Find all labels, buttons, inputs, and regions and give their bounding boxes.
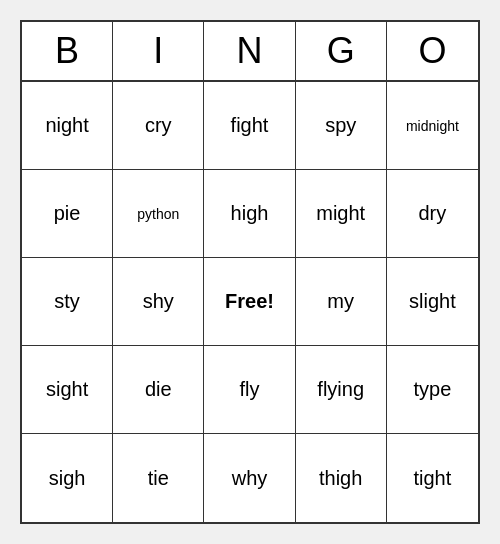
- bingo-cell: type: [387, 346, 478, 434]
- bingo-cell: sigh: [22, 434, 113, 522]
- bingo-header: BINGO: [22, 22, 478, 82]
- bingo-cell: night: [22, 82, 113, 170]
- bingo-cell: might: [296, 170, 387, 258]
- bingo-header-letter: N: [204, 22, 295, 80]
- bingo-cell: tie: [113, 434, 204, 522]
- bingo-cell: tight: [387, 434, 478, 522]
- bingo-cell: python: [113, 170, 204, 258]
- bingo-header-letter: I: [113, 22, 204, 80]
- bingo-cell: slight: [387, 258, 478, 346]
- bingo-cell: fly: [204, 346, 295, 434]
- bingo-cell: pie: [22, 170, 113, 258]
- bingo-cell: midnight: [387, 82, 478, 170]
- bingo-header-letter: G: [296, 22, 387, 80]
- bingo-header-letter: B: [22, 22, 113, 80]
- bingo-cell: fight: [204, 82, 295, 170]
- bingo-cell: high: [204, 170, 295, 258]
- bingo-cell: spy: [296, 82, 387, 170]
- bingo-card: BINGO nightcryfightspymidnightpiepythonh…: [20, 20, 480, 524]
- bingo-cell: why: [204, 434, 295, 522]
- bingo-grid: nightcryfightspymidnightpiepythonhighmig…: [22, 82, 478, 522]
- bingo-cell: shy: [113, 258, 204, 346]
- bingo-cell: my: [296, 258, 387, 346]
- bingo-header-letter: O: [387, 22, 478, 80]
- bingo-cell: thigh: [296, 434, 387, 522]
- bingo-cell: flying: [296, 346, 387, 434]
- free-space: Free!: [204, 258, 295, 346]
- bingo-cell: dry: [387, 170, 478, 258]
- bingo-cell: sty: [22, 258, 113, 346]
- bingo-cell: cry: [113, 82, 204, 170]
- bingo-cell: die: [113, 346, 204, 434]
- bingo-cell: sight: [22, 346, 113, 434]
